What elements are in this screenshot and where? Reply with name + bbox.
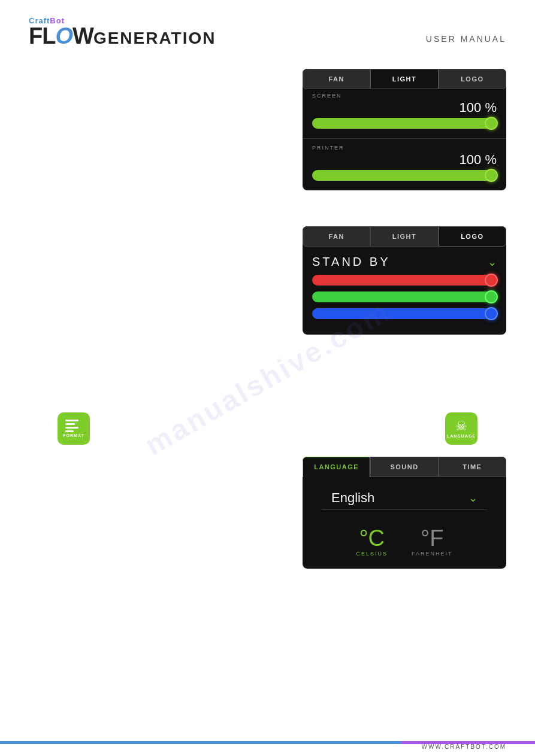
format-icon-label: FORMAT: [63, 433, 84, 438]
green-slider-row: [312, 292, 497, 302]
tab-sound[interactable]: SOUND: [370, 457, 438, 477]
tab-logo-2[interactable]: LOGO: [439, 226, 506, 247]
content-area: FAN LIGHT LOGO SCREEN 100 % PRINTER 100 …: [0, 57, 535, 593]
logo-generation: GENERATION: [93, 29, 216, 47]
icons-row: FORMAT ☠ LANGUAGE: [29, 406, 506, 451]
printer-slider-track[interactable]: [312, 170, 497, 181]
fahrenheit-option[interactable]: °F FARENHEIT: [412, 527, 453, 557]
panel-divider-1: [303, 138, 506, 139]
footer: WWW.CRAFTBOT.COM: [0, 732, 535, 756]
language-icon-label: LANGUAGE: [447, 434, 476, 438]
celsius-option[interactable]: °C CELSIUS: [356, 527, 388, 557]
standby-text: STAND BY: [312, 255, 391, 269]
screen-label: SCREEN: [312, 93, 497, 99]
red-slider-row: [312, 275, 497, 286]
celsius-label: CELSIUS: [356, 551, 388, 557]
logo-panel-section: FAN LIGHT LOGO STAND BY ⌄: [29, 226, 506, 335]
printer-label: PRINTER: [312, 145, 497, 151]
blue-slider-thumb[interactable]: [485, 307, 498, 320]
light-panel: FAN LIGHT LOGO SCREEN 100 % PRINTER 100 …: [303, 69, 506, 190]
standby-chevron-icon[interactable]: ⌄: [488, 256, 497, 269]
format-icon-box[interactable]: FORMAT: [58, 412, 90, 445]
logo-tab-bar: FAN LIGHT LOGO: [303, 226, 506, 247]
celsius-symbol: °C: [359, 527, 385, 549]
green-slider-thumb[interactable]: [485, 290, 498, 303]
rgb-sliders: [303, 275, 506, 335]
green-slider-track[interactable]: [312, 292, 497, 302]
language-select-row: English ⌄: [322, 483, 487, 510]
logo-w: W: [72, 23, 93, 48]
language-icon-box[interactable]: ☠ LANGUAGE: [445, 412, 477, 445]
language-panel-section: LANGUAGE SOUND TIME English ⌄ °C CELSIUS…: [29, 457, 506, 569]
user-manual-label: USER MANUAL: [426, 34, 506, 44]
logo-fl: FL: [29, 23, 55, 48]
screen-section: SCREEN 100 %: [303, 89, 506, 136]
language-content: English ⌄: [303, 477, 506, 510]
red-slider-track[interactable]: [312, 275, 497, 286]
tab-light-1[interactable]: LIGHT: [370, 69, 438, 89]
logo-panel: FAN LIGHT LOGO STAND BY ⌄: [303, 226, 506, 335]
section-gap-1: [29, 202, 506, 226]
logo-o: O: [55, 23, 72, 48]
tab-light-2[interactable]: LIGHT: [370, 226, 438, 247]
light-tab-bar: FAN LIGHT LOGO: [303, 69, 506, 89]
tab-fan-2[interactable]: FAN: [303, 226, 370, 247]
section-gap-2: [29, 347, 506, 371]
screen-slider-thumb[interactable]: [485, 117, 498, 130]
standby-row: STAND BY ⌄: [303, 247, 506, 275]
logo-flow: FLOWGENERATION: [29, 25, 216, 47]
tab-logo-1[interactable]: LOGO: [439, 69, 506, 89]
fahrenheit-symbol: °F: [421, 527, 443, 549]
blue-slider-row: [312, 308, 497, 319]
section-gap-3: [29, 371, 506, 394]
language-icon-symbol: ☠: [455, 420, 467, 433]
tab-language[interactable]: LANGUAGE: [303, 457, 370, 477]
language-tab-bar: LANGUAGE SOUND TIME: [303, 457, 506, 477]
header: CraftBot FLOWGENERATION USER MANUAL: [0, 0, 535, 57]
logo-area: CraftBot FLOWGENERATION: [29, 17, 216, 47]
printer-value: 100 %: [312, 152, 497, 168]
language-chevron-icon[interactable]: ⌄: [468, 491, 477, 505]
screen-value: 100 %: [312, 100, 497, 116]
language-value: English: [331, 490, 374, 506]
language-panel: LANGUAGE SOUND TIME English ⌄ °C CELSIUS…: [303, 457, 506, 569]
icon-line-2: [65, 423, 75, 425]
tab-time[interactable]: TIME: [439, 457, 506, 477]
printer-section: PRINTER 100 %: [303, 141, 506, 190]
temperature-section: °C CELSIUS °F FARENHEIT: [303, 510, 506, 569]
icon-line-1: [65, 420, 78, 421]
fahrenheit-label: FARENHEIT: [412, 551, 453, 557]
tab-fan-1[interactable]: FAN: [303, 69, 370, 89]
format-icon-lines: [65, 420, 82, 432]
footer-url: WWW.CRAFTBOT.COM: [422, 743, 506, 750]
blue-slider-track[interactable]: [312, 308, 497, 319]
screen-slider-track[interactable]: [312, 118, 497, 129]
icon-line-4: [65, 430, 74, 432]
icon-line-3: [65, 427, 78, 429]
footer-line-blue: [0, 741, 401, 744]
red-slider-thumb[interactable]: [485, 274, 498, 287]
light-panel-section: FAN LIGHT LOGO SCREEN 100 % PRINTER 100 …: [29, 69, 506, 190]
printer-slider-thumb[interactable]: [485, 169, 498, 182]
